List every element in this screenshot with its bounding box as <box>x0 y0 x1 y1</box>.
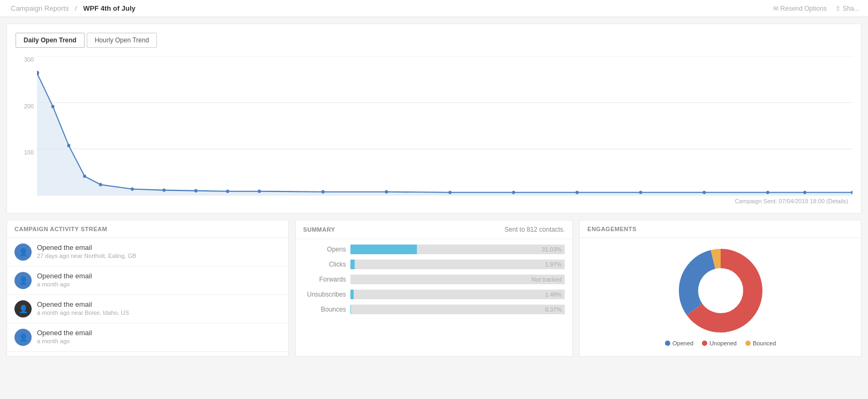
svg-point-11 <box>194 189 198 193</box>
summary-panel: SUMMARY Sent to 812 contacts. Opens 31.0… <box>295 220 573 357</box>
row-label-clicks: Clicks <box>303 261 346 268</box>
donut-container: Opened Unopened Bounced <box>580 238 861 356</box>
bar-fill-bounces <box>350 305 351 314</box>
activity-action: Opened the email <box>37 300 281 308</box>
svg-point-7 <box>83 174 86 178</box>
svg-point-27 <box>699 269 742 312</box>
donut-chart <box>678 248 764 334</box>
svg-point-6 <box>67 144 70 147</box>
y-axis-labels: 300 200 100 <box>16 56 37 196</box>
bar-unsubscribes: 1.48% <box>350 290 565 299</box>
sent-to-label: Sent to 812 contacts. <box>505 226 565 233</box>
legend-dot-unopened <box>702 341 707 346</box>
chart-area: 300 200 100 <box>16 56 852 196</box>
share-icon: ⇧ <box>835 5 841 12</box>
bar-value-clicks: 1.97% <box>545 261 562 268</box>
mail-icon: ✉ <box>773 5 779 12</box>
bar-value-forwards: Not tracked <box>532 276 562 283</box>
activity-panel: CAMPAIGN ACTIVITY STREAM 👤 Opened the em… <box>6 220 289 357</box>
summary-row-unsubscribes: Unsubscribes 1.48% <box>303 290 565 299</box>
activity-action: Opened the email <box>37 243 281 252</box>
activity-time: a month ago near Boise, Idaho, US <box>37 309 281 316</box>
breadcrumb: Campaign Reports / WPF 4th of July <box>9 4 138 12</box>
activity-list[interactable]: 👤 Opened the email 27 days ago near Nort… <box>7 238 288 356</box>
engagements-panel: ENGAGEMENTS Opened <box>579 220 862 357</box>
bar-bounces: 0.37% <box>350 305 565 314</box>
svg-point-16 <box>448 191 452 194</box>
activity-time: a month ago <box>37 281 281 287</box>
y-label-200: 200 <box>24 103 34 109</box>
bar-fill-clicks <box>350 260 355 269</box>
avatar: 👤 <box>14 300 32 317</box>
bar-value-bounces: 0.37% <box>545 306 562 313</box>
breadcrumb-parent[interactable]: Campaign Reports <box>11 4 69 12</box>
summary-row-bounces: Bounces 0.37% <box>303 305 565 314</box>
legend-dot-bounced <box>745 341 751 346</box>
bar-fill-unsubscribes <box>350 290 354 299</box>
bar-value-opens: 31.03% <box>542 246 562 253</box>
breadcrumb-current: WPF 4th of July <box>83 4 136 12</box>
svg-point-17 <box>512 191 515 194</box>
row-label-opens: Opens <box>303 246 346 253</box>
list-item: 👤 Opened the email a month ago near Bois… <box>7 295 288 323</box>
svg-point-14 <box>321 190 325 194</box>
summary-row-clicks: Clicks 1.97% <box>303 260 565 269</box>
svg-point-8 <box>99 183 102 186</box>
row-label-unsubscribes: Unsubscribes <box>303 291 346 298</box>
svg-point-18 <box>575 191 579 194</box>
row-label-bounces: Bounces <box>303 306 346 313</box>
chart-sent-label: Campaign Sent: 07/04/2019 18:00 (Details… <box>16 198 852 204</box>
y-label-300: 300 <box>24 56 34 63</box>
legend-label-opened: Opened <box>672 340 693 346</box>
summary-title: SUMMARY <box>303 226 335 233</box>
chart-container: 300 200 100 <box>16 56 852 196</box>
activity-action: Opened the email <box>37 329 281 337</box>
avatar: 👤 <box>14 243 32 261</box>
activity-time: 27 days ago near Northolt, Ealing, GB <box>37 253 281 259</box>
bar-clicks: 1.97% <box>350 260 565 269</box>
legend-bounced: Bounced <box>745 340 776 346</box>
row-label-forwards: Forwards <box>303 276 346 283</box>
svg-point-10 <box>162 188 166 191</box>
top-bar: Campaign Reports / WPF 4th of July ✉ Res… <box>0 0 868 17</box>
share-label: Sha... <box>843 5 859 12</box>
resend-label: Resend Options <box>781 5 827 12</box>
top-actions: ✉ Resend Options ⇧ Sha... <box>773 5 859 12</box>
tab-hourly[interactable]: Hourly Open Trend <box>87 33 157 48</box>
svg-point-4 <box>37 71 39 75</box>
activity-action: Opened the email <box>37 272 281 280</box>
engagements-title: ENGAGEMENTS <box>580 220 861 238</box>
avatar: 👤 <box>14 329 32 346</box>
summary-header: SUMMARY Sent to 812 contacts. <box>296 220 573 239</box>
avatar: 👤 <box>14 272 32 289</box>
svg-point-19 <box>639 191 642 194</box>
bottom-section: CAMPAIGN ACTIVITY STREAM 👤 Opened the em… <box>6 220 862 357</box>
activity-time: a month ago <box>37 338 281 344</box>
tab-daily[interactable]: Daily Open Trend <box>16 33 85 48</box>
summary-row-opens: Opens 31.03% <box>303 245 565 254</box>
list-item: 👤 Opened the email a month ago <box>7 323 288 352</box>
legend-label-bounced: Bounced <box>753 340 776 346</box>
list-item: 👤 Opened the email 27 days ago near Nort… <box>7 238 288 267</box>
resend-options-button[interactable]: ✉ Resend Options <box>773 5 827 12</box>
legend-label-unopened: Unopened <box>709 340 737 346</box>
y-label-100: 100 <box>24 149 34 156</box>
svg-point-12 <box>226 190 229 193</box>
tab-buttons: Daily Open Trend Hourly Open Trend <box>16 33 852 48</box>
svg-point-20 <box>702 191 706 194</box>
breadcrumb-separator: / <box>75 4 77 12</box>
line-chart-svg <box>37 56 852 196</box>
svg-point-13 <box>258 190 261 193</box>
svg-point-9 <box>131 187 134 190</box>
legend-opened: Opened <box>665 340 693 346</box>
donut-legend: Opened Unopened Bounced <box>665 340 776 346</box>
chart-plot <box>37 56 852 196</box>
summary-rows: Opens 31.03% Clicks 1.97% Forwards Not t… <box>296 239 573 325</box>
bar-fill-opens <box>350 245 417 254</box>
svg-point-22 <box>803 191 806 194</box>
share-button[interactable]: ⇧ Sha... <box>835 5 859 12</box>
summary-row-forwards: Forwards Not tracked <box>303 275 565 284</box>
svg-point-21 <box>766 191 769 194</box>
legend-dot-opened <box>665 341 670 346</box>
chart-section: Daily Open Trend Hourly Open Trend 300 2… <box>6 24 862 213</box>
